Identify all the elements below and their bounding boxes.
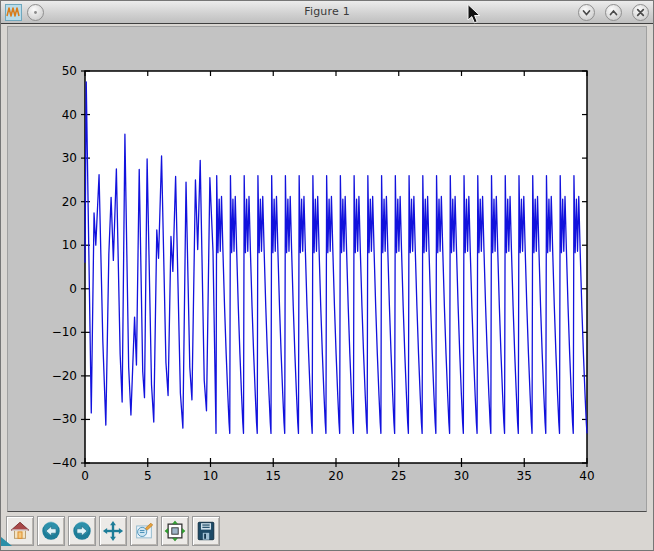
x-tick-label: 25	[391, 469, 406, 483]
x-tick-label: 35	[517, 469, 532, 483]
y-tick-label: 30	[62, 151, 77, 165]
y-tick-label: 10	[62, 238, 77, 252]
x-tick-label: 5	[144, 469, 152, 483]
y-tick-label: 40	[62, 108, 77, 122]
y-tick-label: 50	[62, 64, 77, 78]
back-arrow-icon	[40, 520, 62, 542]
y-tick-label: −20	[52, 369, 77, 383]
zoom-to-rect-icon	[133, 520, 155, 542]
pan-button[interactable]	[99, 516, 127, 546]
x-tick-label: 15	[266, 469, 281, 483]
close-x-icon	[633, 5, 648, 20]
forward-arrow-icon	[71, 520, 93, 542]
home-icon	[9, 520, 31, 542]
chevron-up-icon	[606, 5, 621, 20]
minimize-button[interactable]	[578, 4, 595, 21]
y-tick-label: −30	[52, 412, 77, 426]
close-button[interactable]	[632, 4, 649, 21]
x-tick-label: 20	[328, 469, 343, 483]
save-floppy-icon	[195, 520, 217, 542]
maximize-button[interactable]	[605, 4, 622, 21]
y-tick-label: 0	[69, 282, 77, 296]
zoom-button[interactable]	[130, 516, 158, 546]
y-tick-label: −40	[52, 456, 77, 470]
configure-subplots-icon	[164, 520, 186, 542]
x-tick-label: 10	[203, 469, 218, 483]
plot-svg: 051015202530354050403020100−10−20−30−40	[8, 27, 646, 511]
subplots-button[interactable]	[161, 516, 189, 546]
figure-window: Figure 1 051015202530354050403020100−10−…	[0, 0, 654, 551]
pan-arrows-icon	[102, 520, 124, 542]
window-title: Figure 1	[1, 5, 653, 18]
figure-canvas[interactable]: 051015202530354050403020100−10−20−30−40	[7, 26, 647, 512]
navigation-toolbar	[1, 512, 653, 551]
titlebar[interactable]: Figure 1	[1, 1, 653, 24]
save-button[interactable]	[192, 516, 220, 546]
x-tick-label: 40	[579, 469, 594, 483]
y-tick-label: 20	[62, 195, 77, 209]
y-tick-label: −10	[52, 325, 77, 339]
corner-wedge	[1, 531, 12, 550]
forward-button[interactable]	[68, 516, 96, 546]
x-tick-label: 30	[454, 469, 469, 483]
chevron-down-icon	[579, 5, 594, 20]
x-tick-label: 0	[81, 469, 89, 483]
back-button[interactable]	[37, 516, 65, 546]
mouse-cursor	[467, 4, 483, 30]
